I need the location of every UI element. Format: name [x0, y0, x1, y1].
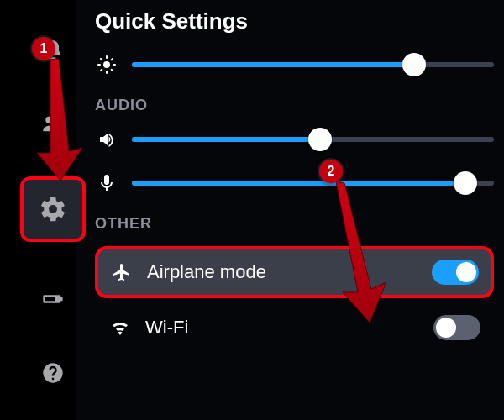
sidebar-item-help[interactable] — [36, 356, 70, 390]
sidebar-item-battery[interactable] — [36, 282, 70, 316]
svg-line-8 — [112, 59, 113, 60]
battery-icon — [41, 287, 65, 311]
mic-icon — [95, 171, 118, 195]
sidebar-item-friends[interactable] — [36, 108, 70, 141]
quick-settings-panel: Quick Settings AUDIO — [76, 0, 504, 420]
speaker-icon — [95, 128, 118, 151]
volume-row — [95, 128, 494, 151]
mic-slider[interactable] — [132, 181, 494, 186]
annotation-badge-1: 1 — [32, 37, 55, 60]
brightness-slider[interactable] — [132, 62, 494, 67]
airplane-icon — [110, 260, 134, 284]
svg-line-6 — [112, 70, 113, 71]
annotation-badge-2: 2 — [319, 160, 343, 183]
page-title: Quick Settings — [95, 8, 494, 34]
brightness-icon — [95, 53, 118, 76]
audio-header: AUDIO — [95, 97, 494, 114]
wifi-label: Wi-Fi — [145, 317, 420, 339]
airplane-mode-row[interactable]: Airplane mode — [95, 246, 494, 298]
volume-slider[interactable] — [132, 137, 494, 142]
gear-icon — [39, 195, 67, 223]
airplane-mode-label: Airplane mode — [147, 261, 418, 283]
people-icon — [41, 113, 65, 136]
svg-line-5 — [101, 59, 102, 60]
help-icon — [41, 361, 65, 385]
airplane-mode-toggle[interactable] — [432, 260, 479, 285]
wifi-toggle[interactable] — [433, 315, 480, 340]
brightness-row — [95, 53, 494, 76]
svg-line-7 — [101, 70, 102, 71]
sidebar — [0, 0, 76, 420]
wifi-row[interactable]: Wi-Fi — [95, 303, 494, 352]
sidebar-item-settings[interactable] — [20, 176, 86, 242]
other-header: OTHER — [95, 215, 494, 233]
svg-point-0 — [103, 61, 110, 68]
mic-row — [95, 171, 494, 195]
wifi-icon — [108, 316, 132, 339]
